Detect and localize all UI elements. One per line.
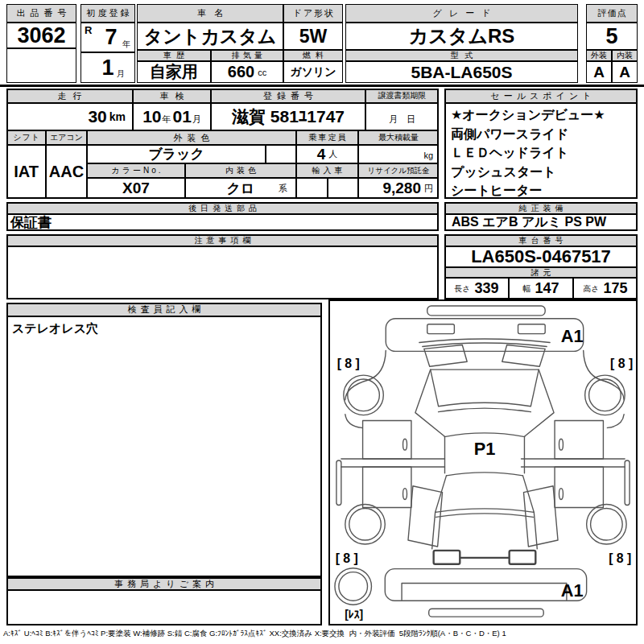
- exterior-header: 外装: [586, 50, 612, 61]
- model-value: 5BA-LA650S: [345, 61, 578, 83]
- exterior-value: A: [586, 61, 612, 83]
- chassis-value: LA650S-0467517: [444, 246, 638, 267]
- headlight-right-shape: [518, 324, 546, 334]
- inspection-year: 10: [142, 107, 161, 126]
- mark-a1-front: A1: [561, 326, 584, 346]
- door-rear-left-shape: [363, 467, 411, 507]
- sales-point-item: プッシュスタート: [445, 163, 637, 182]
- equipment-value: ABS エアB アルミ PS PW: [444, 214, 638, 231]
- recycle-value: 9,280: [382, 180, 421, 197]
- int-color-value-cell: クロ 系: [185, 178, 296, 199]
- first-reg-month: 1: [101, 56, 114, 80]
- sales-point-item: 両側パワースライド: [445, 125, 637, 144]
- score-header: 評価点: [586, 4, 638, 23]
- spec-height-label: 高さ: [583, 283, 599, 295]
- taillight-left-shape: [434, 551, 460, 564]
- mark-a1-rear: A1: [561, 580, 584, 601]
- fuel-value: ガソリン: [283, 61, 343, 83]
- first-reg-year-unit: 年: [122, 39, 130, 50]
- front-bumper-shape: [386, 319, 583, 352]
- sales-points-list: ★オークションデビュー★ 両側パワースライド ＬＥＤヘッドライト プッシュスター…: [444, 103, 638, 199]
- first-reg-year: 7: [105, 25, 117, 50]
- model-header: 型式: [345, 50, 578, 61]
- equipment-header: 純正装備: [444, 202, 638, 214]
- headlight-left-shape: [427, 324, 455, 334]
- mileage-value-cell: 30 km: [6, 103, 133, 130]
- taillight-right-shape: [510, 551, 536, 564]
- spec-width-label: 幅: [522, 283, 530, 295]
- sales-point-item: シートヒーター: [445, 181, 637, 200]
- interior-value: A: [612, 61, 638, 83]
- displacement-header: 排気量: [211, 50, 283, 61]
- inspection-year-unit: 年: [163, 114, 171, 126]
- office-value: [6, 590, 322, 625]
- int-color-header: 内装色: [185, 163, 296, 178]
- rear-bumper-shape: [385, 569, 586, 601]
- ext-color-value: ブラック: [87, 145, 266, 163]
- recycle-header: リサイクル預託金: [358, 163, 439, 178]
- first-reg-era: R: [85, 24, 92, 36]
- mark-p1-roof: P1: [474, 439, 496, 459]
- color-no-header: カラーNo.: [87, 163, 185, 178]
- spec-height-value: 175: [604, 280, 628, 297]
- auction-no-value: 3062: [6, 23, 76, 48]
- mileage-value: 30: [88, 107, 106, 126]
- ext-color-header: 外装色: [87, 130, 296, 145]
- recycle-unit: 円: [424, 183, 433, 195]
- displacement-unit: cc: [258, 68, 266, 77]
- inspection-month-unit: 月: [192, 114, 201, 126]
- inspector-header: 検査員記入欄: [6, 303, 322, 316]
- car-diagram: A1 P1 A1 [ 8 ] [ 8 ] [ 8 ] [ 8 ] [ﾚｽ]: [330, 301, 636, 624]
- mark-tire-fl: [ 8 ]: [337, 357, 360, 370]
- specs-header: 諸元: [444, 267, 638, 278]
- later-parts-header: 後日発送部品: [6, 202, 439, 214]
- chassis-header: 車台番号: [444, 234, 638, 246]
- capacity-unit: 人: [328, 148, 337, 160]
- interior-header: 内装: [612, 50, 638, 61]
- ext-color-empty-cell: [266, 145, 296, 163]
- door-header: ドア形状: [283, 4, 343, 23]
- sales-point-item: ★オークションデビュー★: [445, 105, 637, 125]
- spare-tire-shape: [335, 568, 372, 605]
- auction-no-empty-cell: [6, 48, 76, 83]
- import-value-cell-1: [296, 178, 328, 199]
- color-no-value: X07: [87, 178, 185, 199]
- inspector-value: ステレオレス穴: [6, 316, 322, 577]
- spec-length-cell: 長さ 339: [444, 278, 509, 299]
- door-value: 5W: [283, 23, 343, 50]
- transfer-value: 月 日: [365, 103, 439, 130]
- spec-height-cell: 高さ 175: [573, 278, 638, 299]
- spec-width-value: 147: [535, 280, 559, 297]
- spec-length-value: 339: [475, 280, 499, 297]
- later-parts-value: 保証書: [6, 214, 439, 231]
- first-reg-year-cell: R 7 年: [80, 23, 135, 52]
- shift-header: シフト: [6, 130, 46, 145]
- first-reg-month-unit: 月: [117, 68, 125, 80]
- mark-tire-rl: [ 8 ]: [336, 551, 358, 565]
- mark-spare: [ﾚｽ]: [345, 608, 363, 621]
- car-name-header: 車名: [137, 4, 283, 23]
- notes-header: 注意事項欄: [6, 234, 439, 246]
- legend-text: A:ｷｽﾞ U:ﾍｺﾐ B:ｷｽﾞを伴うﾍｺﾐ P:要塗装 W:補修跡 S:錆 …: [3, 629, 642, 642]
- inspection-value-cell: 10 年 01 月: [133, 103, 211, 130]
- aircon-header: エアコン: [46, 130, 87, 145]
- mileage-header: 走行: [6, 89, 133, 103]
- office-header: 事務局よりご案内: [6, 577, 322, 590]
- aircon-value: AAC: [46, 145, 87, 199]
- inspection-month: 01: [173, 107, 192, 126]
- capacity-value: 4: [317, 146, 326, 163]
- history-header: 車歴: [137, 50, 211, 61]
- auction-no-header: 出品番号: [6, 4, 76, 23]
- sales-point-item: ＬＥＤヘッドライト: [445, 143, 637, 163]
- grade-value: カスタムRS: [345, 23, 578, 50]
- transfer-header: 譲渡書類期限: [365, 89, 439, 103]
- inspection-header: 車検: [133, 89, 211, 103]
- spec-width-cell: 幅 147: [509, 278, 573, 299]
- first-reg-month-cell: 1 月: [80, 52, 135, 83]
- door-rear-right-shape: [555, 467, 603, 507]
- reg-no-value: 滋賀 581ﾕ1747: [211, 103, 365, 130]
- recycle-value-cell: 9,280 円: [358, 178, 439, 199]
- front-strip-shape: [427, 306, 545, 316]
- mark-tire-fr: [ 8 ]: [610, 357, 633, 370]
- import-value-cell-2: [328, 178, 358, 199]
